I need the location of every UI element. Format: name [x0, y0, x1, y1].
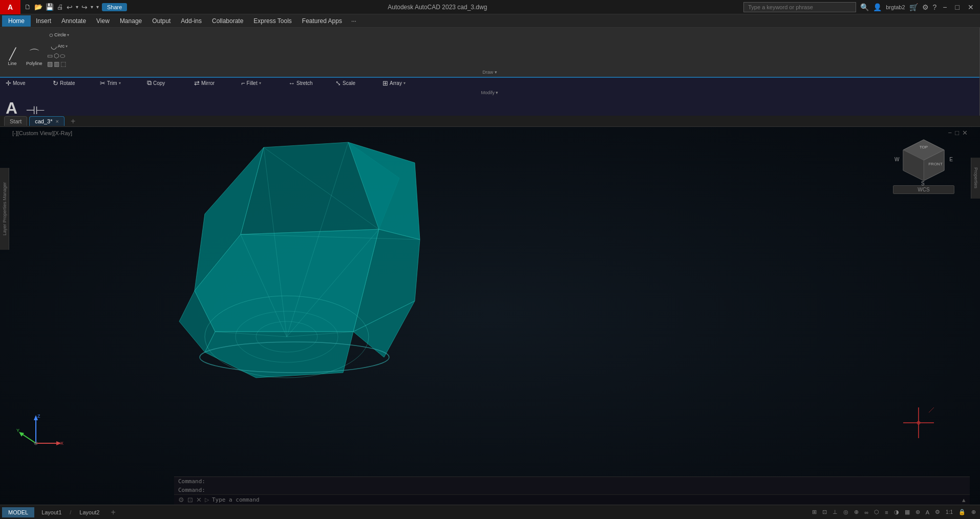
- cmd-settings-icon[interactable]: ⚙: [178, 496, 184, 504]
- username: brgtab2: [886, 4, 905, 10]
- viewport-minimize-icon[interactable]: −: [948, 129, 952, 137]
- nav-cube[interactable]: W E S TOP FRONT: [901, 137, 947, 183]
- status-layout1-tab[interactable]: Layout1: [35, 507, 68, 517]
- cmd-scroll-icon[interactable]: ▴: [962, 496, 966, 504]
- redo-icon[interactable]: ↪: [81, 3, 88, 11]
- command-input[interactable]: [212, 496, 959, 503]
- search-icon[interactable]: 🔍: [860, 3, 869, 11]
- props-panel-label: Properties: [973, 167, 978, 188]
- layer-properties-panel-tab[interactable]: Layer Properties Manager: [0, 168, 9, 250]
- status-lock-icon[interactable]: 🔒: [956, 508, 968, 516]
- status-polar-icon[interactable]: ◎: [841, 508, 850, 516]
- wcs-label[interactable]: WCS: [893, 185, 954, 194]
- draw-polyline-button[interactable]: ⌒ Polyline: [24, 47, 45, 68]
- tab-cad3[interactable]: cad_3* ×: [29, 116, 65, 126]
- ellipse-icon[interactable]: ⬭: [60, 52, 65, 59]
- viewport-close-icon[interactable]: ✕: [962, 129, 968, 137]
- modify-fillet-button[interactable]: ⌐ Fillet ▾: [239, 78, 285, 88]
- status-gizmo-icon[interactable]: ⊛: [913, 508, 922, 516]
- app-logo[interactable]: A: [0, 0, 20, 14]
- menu-collaborate[interactable]: Collaborate: [207, 15, 248, 27]
- status-anno-icon[interactable]: A: [924, 508, 931, 516]
- plot-icon[interactable]: 🖨: [57, 3, 63, 11]
- tab-start[interactable]: Start: [4, 116, 27, 126]
- modify-trim-button[interactable]: ✂ Trim ▾: [97, 78, 143, 88]
- open-file-icon[interactable]: 📂: [34, 3, 42, 11]
- tab-add-button[interactable]: +: [67, 115, 79, 127]
- search-input[interactable]: [743, 2, 856, 12]
- status-add-tab[interactable]: +: [107, 506, 120, 519]
- status-ws-icon[interactable]: ⚙: [933, 508, 942, 516]
- modify-stretch-button[interactable]: ↔ Stretch: [286, 78, 332, 88]
- close-button[interactable]: ✕: [966, 3, 976, 11]
- viewport-corner-label[interactable]: [-][Custom View][X-Ray]: [12, 130, 72, 136]
- menu-bar: Home Insert Annotate View Manage Output …: [0, 14, 980, 28]
- menu-view[interactable]: View: [91, 15, 115, 27]
- svg-text:FRONT: FRONT: [928, 162, 943, 166]
- svg-line-41: [929, 407, 934, 413]
- share-button[interactable]: Share: [102, 3, 127, 11]
- undo-icon[interactable]: ↩: [67, 3, 73, 11]
- status-expand-icon[interactable]: ⊕: [969, 508, 978, 516]
- svg-text:TOP: TOP: [920, 145, 928, 149]
- modify-copy-button[interactable]: ⧉ Copy: [144, 78, 190, 88]
- modify-array-button[interactable]: ⊞ Array ▾: [380, 78, 426, 88]
- status-model-tab[interactable]: MODEL: [2, 507, 34, 517]
- status-sel-icon[interactable]: ▦: [903, 508, 912, 516]
- undo-dropdown-icon[interactable]: ▾: [76, 4, 78, 10]
- draw-circle-button[interactable]: ○ Circle ▾: [47, 30, 71, 40]
- settings-icon[interactable]: ⚙: [922, 3, 929, 11]
- command-line-1: Command:: [174, 477, 970, 486]
- draw-arc-button[interactable]: ◡ Arc ▾: [47, 41, 71, 51]
- draw-line-button[interactable]: ╱ Line: [3, 47, 22, 68]
- hatch-icon[interactable]: ▨: [47, 60, 53, 68]
- menu-featured[interactable]: Featured Apps: [297, 15, 347, 27]
- title-text: Autodesk AutoCAD 2023 cad_3.dwg: [131, 4, 743, 11]
- ribbon-group-draw: ╱ Line ⌒ Polyline ○ Circle ▾ ◡ Arc ▾: [0, 28, 980, 76]
- boundary-icon[interactable]: ⬚: [60, 60, 66, 68]
- status-grid-icon[interactable]: ⊞: [810, 508, 819, 516]
- user-icon[interactable]: 👤: [873, 3, 882, 11]
- help-icon[interactable]: ?: [933, 3, 937, 11]
- shop-icon[interactable]: 🛒: [909, 3, 918, 11]
- new-file-icon[interactable]: 🗋: [25, 3, 31, 11]
- minimize-button[interactable]: −: [941, 3, 949, 11]
- tab-close-icon[interactable]: ×: [56, 118, 59, 124]
- status-transparency-icon[interactable]: ◑: [892, 508, 901, 516]
- menu-output[interactable]: Output: [147, 15, 176, 27]
- menu-more[interactable]: ···: [347, 15, 360, 27]
- polygon-icon[interactable]: ⬡: [54, 52, 59, 59]
- status-layout2-tab[interactable]: Layout2: [73, 507, 105, 517]
- modify-move-button[interactable]: ✛ Move: [3, 78, 49, 88]
- menu-express[interactable]: Express Tools: [248, 15, 296, 27]
- cmd-expand-icon[interactable]: ⊡: [187, 496, 193, 504]
- menu-addins[interactable]: Add-ins: [176, 15, 207, 27]
- share-dropdown-icon[interactable]: ▾: [96, 4, 99, 10]
- menu-annotate[interactable]: Annotate: [56, 15, 91, 27]
- svg-text:Y: Y: [16, 428, 19, 433]
- compass-e: E: [949, 157, 953, 162]
- menu-insert[interactable]: Insert: [31, 15, 56, 27]
- menu-home[interactable]: Home: [2, 15, 31, 27]
- rect-icon[interactable]: ▭: [47, 52, 53, 59]
- menu-manage[interactable]: Manage: [115, 15, 147, 27]
- cmd-close-icon[interactable]: ✕: [196, 496, 202, 504]
- status-osnap-icon[interactable]: ⊕: [852, 508, 861, 516]
- modify-mirror-button[interactable]: ⇄ Mirror: [191, 78, 238, 88]
- properties-panel-tab[interactable]: Properties: [971, 158, 980, 199]
- save-icon[interactable]: 💾: [46, 3, 54, 11]
- command-input-row: ⚙ ⊡ ✕ ▷ ▴: [174, 494, 970, 505]
- modify-rotate-button[interactable]: ↻ Rotate: [50, 78, 96, 88]
- modify-scale-button[interactable]: ⤡ Scale: [333, 78, 379, 88]
- redo-dropdown-icon[interactable]: ▾: [91, 4, 93, 10]
- status-otrack-icon[interactable]: ∞: [862, 508, 870, 516]
- restore-button[interactable]: □: [953, 3, 962, 11]
- status-dynin-icon[interactable]: ⬡: [872, 508, 881, 516]
- viewport-restore-icon[interactable]: □: [955, 129, 959, 137]
- status-snap-icon[interactable]: ⊡: [820, 508, 829, 516]
- status-ortho-icon[interactable]: ⊥: [830, 508, 840, 516]
- main-viewport: Layer Properties Manager Properties [-][…: [0, 127, 980, 505]
- viewport-crosshair: [898, 402, 939, 443]
- gradient-icon[interactable]: ▥: [54, 60, 59, 68]
- status-lw-icon[interactable]: ≡: [883, 508, 890, 516]
